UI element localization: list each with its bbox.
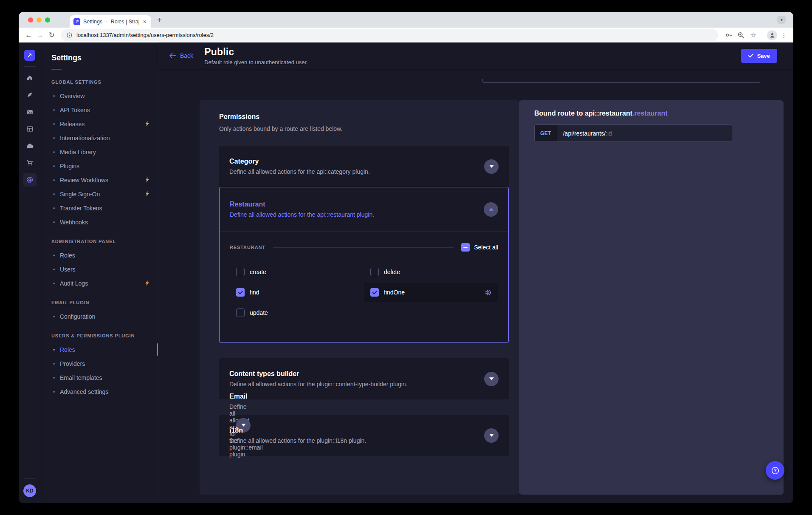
chevron-down-icon[interactable] — [484, 159, 499, 174]
permission-findone[interactable]: findOne — [364, 283, 498, 302]
bullet-icon — [53, 123, 55, 125]
select-all-checkbox[interactable] — [461, 243, 470, 252]
browser-profile-avatar[interactable] — [767, 30, 777, 40]
sidebar-item-internationalization[interactable]: Internationalization — [41, 131, 158, 145]
site-info-icon[interactable] — [66, 32, 73, 38]
permission-delete[interactable]: delete — [364, 263, 498, 281]
checkbox-find[interactable] — [236, 288, 245, 297]
checkbox-create[interactable] — [236, 268, 245, 276]
sidebar-item-transfer-tokens[interactable]: Transfer Tokens — [41, 201, 158, 215]
sidebar-item-webhooks[interactable]: Webhooks — [41, 215, 158, 229]
strapi-logo[interactable] — [24, 50, 35, 61]
accordion-category[interactable]: Category Define all allowed actions for … — [219, 146, 509, 187]
zoom-window-button[interactable] — [45, 17, 50, 23]
reload-button[interactable]: ↻ — [46, 31, 57, 39]
checkbox-findone[interactable] — [370, 288, 379, 297]
cloud-icon[interactable] — [19, 137, 41, 154]
sidebar-item-providers[interactable]: Providers — [41, 357, 158, 371]
sidebar-item-audit-logs[interactable]: Audit Logs — [41, 276, 158, 290]
sidebar-item-users[interactable]: Users — [41, 262, 158, 276]
media-library-icon[interactable] — [19, 103, 41, 120]
permissions-subtitle: Only actions bound by a route are listed… — [219, 125, 509, 132]
role-description-input-partial[interactable] — [482, 79, 760, 83]
active-indicator — [157, 343, 158, 356]
bound-route-panel: Bound route to api::restaurant.restauran… — [519, 100, 784, 495]
lightning-icon — [145, 177, 149, 183]
nav-section-label: EMAIL PLUGIN — [41, 290, 158, 309]
accordion-title: i18n — [229, 427, 477, 434]
sidebar-item-media-library[interactable]: Media Library — [41, 145, 158, 159]
accordion-content-types-builder[interactable]: Content types builder Define all allowed… — [219, 358, 509, 399]
sidebar-item-overview[interactable]: Overview — [41, 89, 158, 103]
sidebar-item-label: Configuration — [60, 313, 95, 320]
sidebar-item-email-configuration[interactable]: Configuration — [41, 309, 158, 323]
content-manager-icon[interactable] — [19, 86, 41, 103]
back-button[interactable]: ← — [23, 31, 34, 39]
checkbox-update[interactable] — [236, 308, 245, 317]
accordion-description: Define all allowed actions for the plugi… — [229, 381, 477, 388]
chevron-down-icon[interactable] — [484, 428, 499, 443]
sidebar-item-email-templates[interactable]: Email templates — [41, 371, 158, 385]
bound-route-title-plain: Bound route to api::restaurant — [534, 110, 632, 117]
tab-search-chevron-icon[interactable]: ▾ — [777, 16, 786, 24]
page-title: Public — [204, 46, 308, 58]
subnav-title: Settings — [41, 54, 158, 62]
browser-toolbar: ← → ↻ localhost:1337/admin/settings/user… — [19, 28, 793, 42]
sidebar-item-plugins[interactable]: Plugins — [41, 159, 158, 173]
close-window-button[interactable] — [28, 17, 33, 23]
back-link[interactable]: Back — [169, 52, 193, 59]
zoom-icon[interactable] — [735, 31, 747, 39]
bullet-icon — [53, 255, 55, 256]
new-tab-button[interactable]: + — [157, 16, 162, 24]
browser-tab[interactable]: Settings — Roles | Strapi × — [70, 15, 151, 28]
home-icon[interactable] — [19, 69, 41, 86]
permission-label: find — [250, 289, 259, 296]
back-arrow-icon — [169, 52, 176, 59]
browser-menu-icon[interactable]: ⋮ — [779, 31, 789, 39]
url-text: localhost:1337/admin/settings/users-perm… — [76, 32, 214, 38]
content-type-builder-icon[interactable] — [19, 120, 41, 137]
back-label: Back — [180, 52, 193, 59]
check-icon — [238, 291, 243, 294]
help-button[interactable]: ? — [766, 461, 784, 480]
sidebar-item-label: Audit Logs — [60, 280, 88, 287]
save-button[interactable]: Save — [741, 49, 777, 63]
chevron-up-icon[interactable] — [484, 202, 498, 217]
checkbox-delete[interactable] — [370, 268, 379, 276]
bullet-icon — [53, 283, 55, 284]
sidebar-item-releases[interactable]: Releases — [41, 117, 158, 131]
permission-settings-gear-icon[interactable] — [485, 289, 492, 296]
forward-button[interactable]: → — [34, 31, 46, 39]
marketplace-cart-icon[interactable] — [19, 154, 41, 171]
bookmark-star-icon[interactable]: ☆ — [747, 31, 759, 39]
title-block: Public Default role given to unauthentic… — [204, 46, 308, 65]
settings-gear-icon[interactable] — [23, 173, 37, 187]
permission-find[interactable]: find — [230, 283, 364, 302]
minimize-window-button[interactable] — [37, 17, 42, 23]
sidebar-item-admin-roles[interactable]: Roles — [41, 248, 158, 262]
permission-create[interactable]: create — [230, 263, 364, 281]
password-key-icon[interactable] — [722, 31, 735, 39]
sidebar-item-label: Releases — [60, 121, 85, 127]
user-avatar[interactable]: KD — [23, 484, 36, 497]
bullet-icon — [53, 391, 55, 393]
sidebar-item-api-tokens[interactable]: API Tokens — [41, 103, 158, 117]
restaurant-permissions-body: RESTAURANT Select all — [220, 231, 508, 342]
close-tab-icon[interactable]: × — [142, 18, 148, 25]
permission-update[interactable]: update — [230, 303, 364, 322]
sidebar-item-advanced-settings[interactable]: Advanced settings — [41, 385, 158, 399]
select-all-row: RESTAURANT Select all — [230, 243, 498, 252]
accordion-email[interactable]: Email Define all allowed actions for the… — [219, 405, 224, 410]
accordion-restaurant[interactable]: Restaurant Define all allowed actions fo… — [219, 187, 509, 343]
route-path: /api/restaurants/:id — [557, 125, 618, 141]
strapi-favicon-icon — [73, 18, 80, 25]
bullet-icon — [53, 95, 55, 97]
sidebar-item-up-roles[interactable]: Roles — [41, 342, 158, 357]
sidebar-item-review-workflows[interactable]: Review Workflows — [41, 173, 158, 187]
address-bar[interactable]: localhost:1337/admin/settings/users-perm… — [61, 29, 718, 41]
bullet-icon — [53, 179, 55, 181]
sidebar-item-label: Roles — [60, 252, 75, 259]
sidebar-item-single-sign-on[interactable]: Single Sign-On — [41, 187, 158, 201]
bullet-icon — [53, 363, 55, 365]
chevron-down-icon[interactable] — [484, 372, 499, 386]
